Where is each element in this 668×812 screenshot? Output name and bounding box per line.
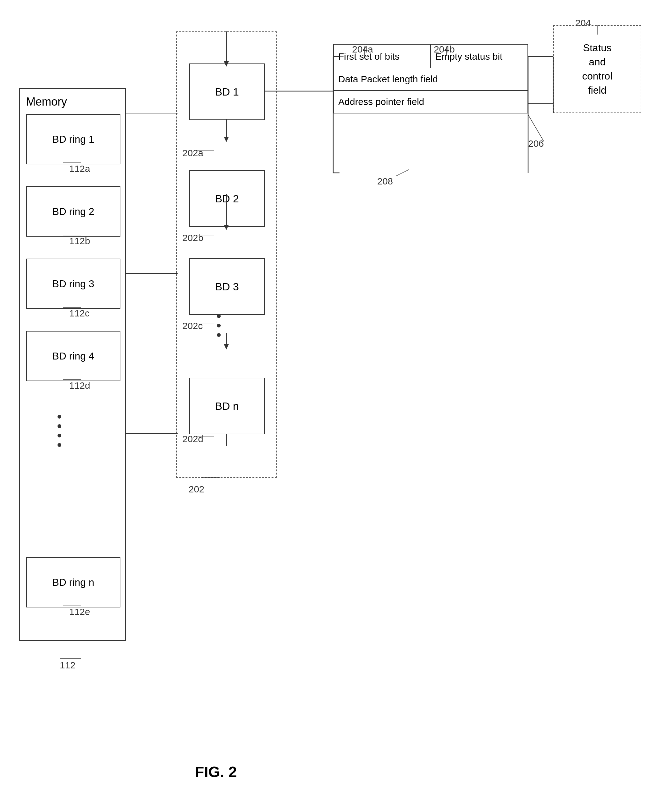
bd-detail-packet-length: Data Packet length field: [333, 68, 528, 91]
bd-ring-2-box: BD ring 2: [26, 186, 120, 237]
bd-detail-address-pointer: Address pointer field: [333, 91, 528, 113]
bd-ring-1-box: BD ring 1: [26, 114, 120, 164]
ref-202a: 202a: [182, 148, 204, 158]
memory-dots: [58, 415, 61, 447]
ref-202: 202: [189, 484, 204, 495]
bd-ring-4-label: BD ring 4: [52, 350, 94, 362]
svg-line-29: [396, 170, 409, 176]
bd3-box: BD 3: [189, 258, 265, 315]
ref-204-outer: 204: [575, 18, 591, 28]
bd-ring-1-label: BD ring 1: [52, 133, 94, 145]
bd1-label: BD 1: [215, 86, 239, 98]
bd-ring-n-box: BD ring n: [26, 557, 120, 607]
bdn-label: BD n: [215, 400, 239, 412]
ref-202d: 202d: [182, 434, 204, 444]
bd3-label: BD 3: [215, 281, 239, 293]
bd-ring-n-label: BD ring n: [52, 577, 94, 588]
diagram: Memory BD ring 1 BD ring 2 BD ring 3 BD …: [0, 0, 668, 812]
ref-112b: 112b: [69, 236, 90, 246]
bd2-label: BD 2: [215, 193, 239, 205]
figure-label: FIG. 2: [195, 763, 237, 780]
bd-detail-first-bits: First set of bits: [334, 45, 431, 68]
ref-202c: 202c: [182, 320, 203, 331]
ref-112c: 112c: [69, 308, 90, 318]
bdn-box: BD n: [189, 378, 265, 434]
bd-ring-2-label: BD ring 2: [52, 206, 94, 217]
bd-ring-3-label: BD ring 3: [52, 278, 94, 290]
status-control-label: Statusandcontrolfield: [582, 41, 612, 97]
bd2-box: BD 2: [189, 170, 265, 227]
ref-112d: 112d: [69, 380, 90, 391]
ref-202b: 202b: [182, 233, 204, 243]
svg-line-30: [528, 115, 544, 142]
bd-ring-3-box: BD ring 3: [26, 258, 120, 309]
ref-208: 208: [377, 176, 393, 187]
memory-label: Memory: [26, 95, 67, 108]
ref-204a: 204a: [352, 44, 373, 55]
bd-ring-4-box: BD ring 4: [26, 331, 120, 381]
ref-112a: 112a: [69, 163, 90, 174]
ref-112: 112: [60, 660, 75, 670]
ref-204b: 204b: [434, 44, 455, 55]
ref-206: 206: [528, 138, 544, 149]
status-control-box: Statusandcontrolfield: [553, 25, 641, 113]
bd-chain-dots: [217, 314, 220, 337]
bd-chain-box: BD 1 BD 2 BD 3 BD n: [176, 32, 277, 478]
ref-112e: 112e: [69, 607, 90, 617]
bd1-box: BD 1: [189, 63, 265, 120]
